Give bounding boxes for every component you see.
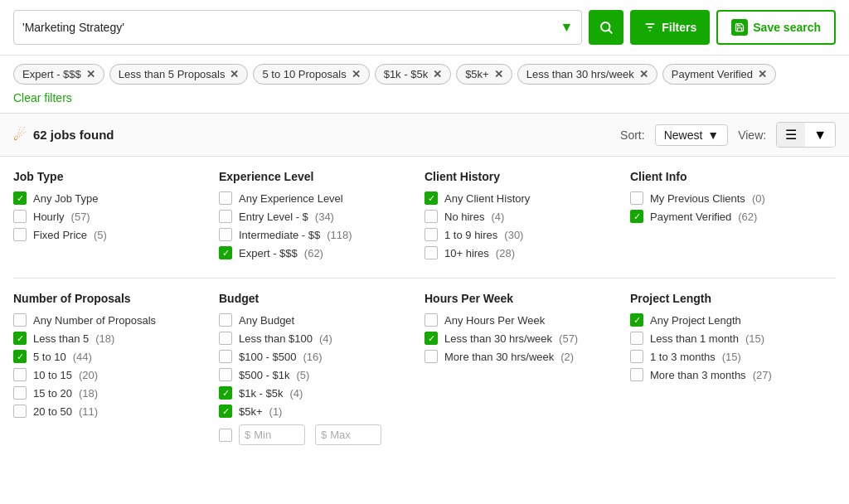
checkbox-icon[interactable]: ✓: [424, 332, 438, 345]
filter-option[interactable]: ✓Expert - $$$ (62): [219, 246, 411, 259]
search-button[interactable]: [589, 10, 623, 45]
checkbox-icon[interactable]: [424, 228, 438, 241]
filter-option[interactable]: 10+ hires (28): [424, 246, 617, 259]
filter-option[interactable]: Intermediate - $$ (118): [219, 228, 411, 241]
checkbox-icon[interactable]: [219, 228, 232, 241]
filter-option[interactable]: My Previous Clients (0): [630, 191, 822, 205]
checkbox-icon[interactable]: ✓: [219, 405, 232, 418]
checkbox-icon[interactable]: [13, 313, 27, 327]
filter-option-label: Expert - $$$: [239, 247, 298, 259]
checkbox-icon[interactable]: [424, 246, 438, 259]
budget-min-input[interactable]: $Min: [239, 424, 305, 445]
save-search-button[interactable]: Save search: [716, 10, 836, 45]
filter-tag-remove[interactable]: ✕: [494, 68, 503, 80]
filter-option[interactable]: 1 to 9 hires (30): [424, 228, 617, 241]
clear-filters-link[interactable]: Clear filters: [0, 88, 849, 113]
filter-option[interactable]: Entry Level - $ (34): [219, 210, 411, 223]
filter-tag-1k5k: $1k - $5k✕: [375, 64, 451, 85]
filter-option[interactable]: ✓Payment Verified (62): [630, 210, 822, 223]
filter-option-count: (62): [738, 211, 757, 223]
checkbox-icon[interactable]: [13, 405, 27, 418]
sort-select[interactable]: Newest ▼: [655, 124, 729, 146]
filter-option[interactable]: ✓Less than 30 hrs/week (57): [424, 332, 617, 345]
checkbox-icon[interactable]: ✓: [13, 350, 27, 363]
checkbox-icon[interactable]: ✓: [630, 313, 643, 327]
filter-option[interactable]: Any Number of Proposals: [13, 313, 206, 327]
filter-option[interactable]: ✓$5k+ (1): [219, 405, 411, 418]
filter-option-label: Any Client History: [444, 192, 530, 205]
filter-option[interactable]: ✓5 to 10 (44): [13, 350, 206, 363]
filter-tag-label: $1k - $5k: [384, 68, 428, 80]
checkbox-icon[interactable]: [13, 386, 27, 400]
filter-option[interactable]: More than 30 hrs/week (2): [424, 350, 617, 363]
checkbox-icon[interactable]: ✓: [219, 246, 232, 259]
checkbox-icon[interactable]: [219, 368, 232, 381]
filter-option-count: (62): [304, 247, 323, 259]
checkbox-icon[interactable]: [630, 350, 643, 363]
filter-option[interactable]: $500 - $1k (5): [219, 368, 411, 381]
filters-button[interactable]: Filters: [630, 10, 710, 45]
checkbox-icon[interactable]: ✓: [630, 210, 643, 223]
checkbox-icon[interactable]: [424, 210, 438, 223]
filter-option[interactable]: More than 3 months (27): [630, 368, 822, 381]
checkbox-icon[interactable]: [219, 332, 232, 345]
budget-range-checkbox[interactable]: [219, 429, 232, 442]
filter-tag-remove[interactable]: ✕: [758, 68, 767, 80]
search-input[interactable]: [22, 21, 556, 34]
filter-option[interactable]: Less than 1 month (15): [630, 332, 822, 345]
filter-option[interactable]: Any Budget: [219, 313, 411, 327]
checkbox-icon[interactable]: ✓: [424, 191, 438, 205]
filter-option-count: (15): [722, 351, 741, 363]
save-search-label: Save search: [753, 21, 821, 34]
checkbox-icon[interactable]: [13, 368, 27, 381]
filter-option-label: Less than $100: [239, 332, 313, 345]
checkbox-icon[interactable]: ✓: [219, 386, 232, 400]
filter-section-title: Job Type: [13, 170, 206, 183]
save-search-icon: [731, 19, 748, 36]
filter-option[interactable]: 20 to 50 (11): [13, 405, 206, 418]
grid-view-button[interactable]: ▼: [805, 124, 835, 147]
filter-option[interactable]: No hires (4): [424, 210, 617, 223]
filter-option[interactable]: ✓Any Project Length: [630, 313, 822, 327]
filter-option[interactable]: Less than $100 (4): [219, 332, 411, 345]
filters-button-label: Filters: [662, 21, 696, 34]
filter-option[interactable]: Any Experience Level: [219, 191, 411, 205]
filter-section-hours-per-week: Hours Per WeekAny Hours Per Week✓Less th…: [424, 292, 630, 458]
filter-option[interactable]: ✓Any Client History: [424, 191, 617, 205]
filter-option-label: My Previous Clients: [650, 192, 745, 205]
filter-tag-remove[interactable]: ✕: [433, 68, 442, 80]
checkbox-icon[interactable]: [13, 228, 27, 241]
jobs-count: 62 jobs found: [33, 128, 114, 142]
filter-section-title: Experience Level: [219, 170, 411, 183]
filter-option[interactable]: ✓Less than 5 (18): [13, 332, 206, 345]
filter-option[interactable]: 15 to 20 (18): [13, 386, 206, 400]
checkbox-icon[interactable]: ✓: [13, 332, 27, 345]
checkbox-icon[interactable]: [630, 332, 643, 345]
checkbox-icon[interactable]: [219, 191, 232, 205]
checkbox-icon[interactable]: [13, 210, 27, 223]
list-view-button[interactable]: ☰: [777, 123, 805, 147]
checkbox-icon[interactable]: [219, 210, 232, 223]
filter-option[interactable]: ✓$1k - $5k (4): [219, 386, 411, 400]
filter-tag-remove[interactable]: ✕: [230, 68, 239, 80]
filter-tag-remove[interactable]: ✕: [352, 68, 361, 80]
checkbox-icon[interactable]: ✓: [13, 191, 27, 205]
filter-option[interactable]: Fixed Price (5): [13, 228, 206, 241]
checkbox-icon[interactable]: [630, 368, 643, 381]
checkbox-icon[interactable]: [219, 350, 232, 363]
filter-tag-remove[interactable]: ✕: [639, 68, 648, 80]
filter-tag-5to10prop: 5 to 10 Proposals✕: [253, 64, 369, 85]
filter-option[interactable]: Any Hours Per Week: [424, 313, 617, 327]
filter-option[interactable]: 1 to 3 months (15): [630, 350, 822, 363]
chevron-down-icon[interactable]: ▼: [560, 20, 573, 35]
checkbox-icon[interactable]: [630, 191, 643, 205]
checkbox-icon[interactable]: [424, 313, 438, 327]
filter-option[interactable]: $100 - $500 (16): [219, 350, 411, 363]
filter-option[interactable]: Hourly (57): [13, 210, 206, 223]
checkbox-icon[interactable]: [219, 313, 232, 327]
filter-option[interactable]: ✓Any Job Type: [13, 191, 206, 205]
filter-option[interactable]: 10 to 15 (20): [13, 368, 206, 381]
filter-tag-remove[interactable]: ✕: [86, 68, 95, 80]
checkbox-icon[interactable]: [424, 350, 438, 363]
budget-max-input[interactable]: $Max: [315, 424, 381, 445]
